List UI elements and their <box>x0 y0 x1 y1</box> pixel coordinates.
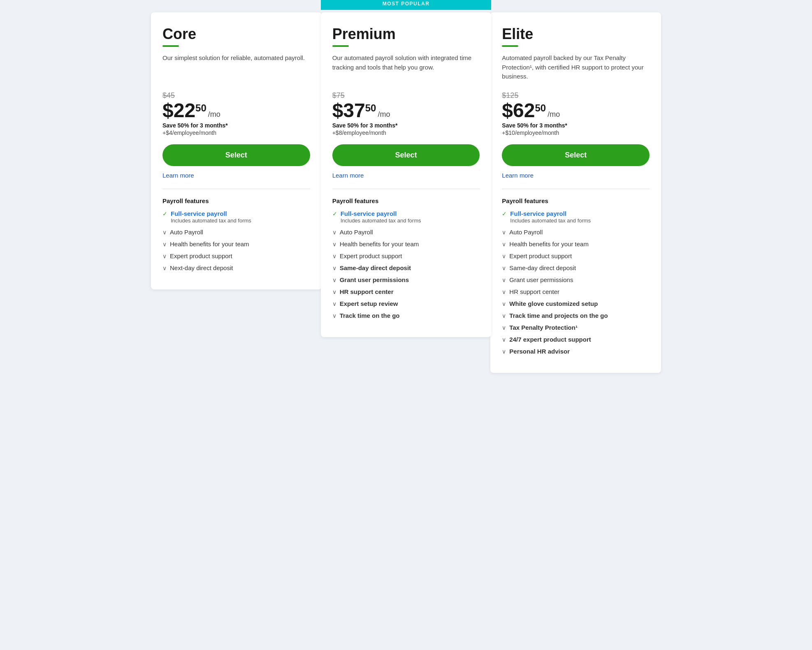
feature-item: ∨ Personal HR advisor <box>502 348 650 355</box>
divider-premium <box>332 189 480 189</box>
chevron-icon: ∨ <box>332 289 336 295</box>
feature-text-elite-11: Personal HR advisor <box>509 348 570 355</box>
feature-text-premium-3: Expert product support <box>340 252 402 259</box>
plan-underline-core <box>162 45 179 47</box>
feature-item: ∨ Tax Penalty Protection¹ <box>502 324 650 331</box>
chevron-icon: ∨ <box>502 348 506 355</box>
price-current-premium: $37 50 /mo <box>332 101 480 120</box>
price-original-premium: $75 <box>332 91 480 100</box>
price-original-elite: $125 <box>502 91 650 100</box>
price-mo-core: /mo <box>208 110 220 119</box>
chevron-icon: ∨ <box>502 324 506 331</box>
learn-more-link-core[interactable]: Learn more <box>162 172 194 179</box>
feature-text-group: Health benefits for your team <box>509 241 589 248</box>
feature-item: ∨ Health benefits for your team <box>502 241 650 248</box>
price-save-core: Save 50% for 3 months* <box>162 122 310 129</box>
feature-item: ∨ Track time and projects on the go <box>502 312 650 319</box>
check-icon: ✓ <box>502 210 507 217</box>
feature-text-group: Same-day direct deposit <box>509 264 576 271</box>
feature-item: ∨ Grant user permissions <box>502 276 650 283</box>
feature-item: ∨ Auto Payroll <box>332 229 480 236</box>
chevron-icon: ∨ <box>332 301 336 307</box>
feature-item: ✓ Full-service payroll Includes automate… <box>332 210 480 224</box>
chevron-icon: ∨ <box>502 241 506 248</box>
feature-item: ∨ Same-day direct deposit <box>332 264 480 271</box>
price-dollar-premium: $37 <box>332 101 365 120</box>
feature-text-group: Full-service payroll Includes automated … <box>171 210 251 224</box>
feature-item: ∨ Expert setup review <box>332 300 480 307</box>
feature-text-group: Same-day direct deposit <box>340 264 411 271</box>
feature-text-premium-6: HR support center <box>340 288 394 295</box>
feature-text-group: Expert product support <box>509 252 572 259</box>
learn-more-link-elite[interactable]: Learn more <box>502 172 534 179</box>
feature-text-core-1: Auto Payroll <box>170 229 203 236</box>
feature-text-group: Expert product support <box>340 252 402 259</box>
plan-card-premium: MOST POPULAR Premium Our automated payro… <box>321 12 492 337</box>
feature-text-core-0: Full-service payroll <box>171 210 251 217</box>
price-current-core: $22 50 /mo <box>162 101 310 120</box>
features-heading-elite: Payroll features <box>502 197 650 204</box>
chevron-icon: ∨ <box>332 277 336 283</box>
plan-card-elite: Elite Automated payroll backed by our Ta… <box>490 12 661 373</box>
chevron-icon: ∨ <box>162 253 167 259</box>
price-mo-premium: /mo <box>378 110 390 119</box>
feature-text-group: Expert product support <box>170 252 232 259</box>
feature-text-elite-3: Expert product support <box>509 252 572 259</box>
most-popular-banner: MOST POPULAR <box>321 0 492 10</box>
feature-text-group: HR support center <box>340 288 394 295</box>
chevron-icon: ∨ <box>502 277 506 283</box>
price-per-employee-premium: +$8/employee/month <box>332 130 480 136</box>
feature-text-core-3: Expert product support <box>170 252 232 259</box>
chevron-icon: ∨ <box>332 265 336 271</box>
feature-text-elite-1: Auto Payroll <box>509 229 543 236</box>
chevron-icon: ∨ <box>332 229 336 236</box>
price-cents-core: 50 <box>195 103 206 113</box>
feature-text-group: Full-service payroll Includes automated … <box>510 210 591 224</box>
chevron-icon: ∨ <box>502 253 506 259</box>
feature-text-premium-7: Expert setup review <box>340 300 398 307</box>
feature-text-elite-6: HR support center <box>509 288 559 295</box>
feature-text-group: Auto Payroll <box>170 229 203 236</box>
price-per-employee-core: +$4/employee/month <box>162 130 310 136</box>
feature-text-premium-4: Same-day direct deposit <box>340 264 411 271</box>
select-button-core[interactable]: Select <box>162 144 310 166</box>
chevron-icon: ∨ <box>332 253 336 259</box>
feature-text-premium-2: Health benefits for your team <box>340 241 419 248</box>
feature-item: ∨ Grant user permissions <box>332 276 480 283</box>
select-button-elite[interactable]: Select <box>502 144 650 166</box>
feature-item: ∨ Expert product support <box>332 252 480 259</box>
features-heading-premium: Payroll features <box>332 197 480 204</box>
feature-item: ∨ Expert product support <box>502 252 650 259</box>
select-button-premium[interactable]: Select <box>332 144 480 166</box>
feature-text-group: Health benefits for your team <box>340 241 419 248</box>
feature-text-premium-5: Grant user permissions <box>340 276 409 283</box>
feature-text-group: HR support center <box>509 288 559 295</box>
chevron-icon: ∨ <box>502 301 506 307</box>
plan-underline-premium <box>332 45 349 47</box>
price-dollar-elite: $62 <box>502 101 535 120</box>
feature-item: ∨ Expert product support <box>162 252 310 259</box>
price-per-employee-elite: +$10/employee/month <box>502 130 650 136</box>
chevron-icon: ∨ <box>162 229 167 236</box>
feature-text-premium-8: Track time on the go <box>340 312 400 319</box>
feature-item: ∨ Track time on the go <box>332 312 480 319</box>
check-icon: ✓ <box>332 210 337 217</box>
chevron-icon: ∨ <box>162 241 167 248</box>
feature-sub-elite-0: Includes automated tax and forms <box>510 217 591 224</box>
feature-item: ∨ White glove customized setup <box>502 300 650 307</box>
feature-text-core-2: Health benefits for your team <box>170 241 249 248</box>
feature-text-group: Next-day direct deposit <box>170 264 233 271</box>
feature-item: ∨ Same-day direct deposit <box>502 264 650 271</box>
learn-more-link-premium[interactable]: Learn more <box>332 172 364 179</box>
price-save-premium: Save 50% for 3 months* <box>332 122 480 129</box>
feature-item: ∨ Auto Payroll <box>162 229 310 236</box>
feature-text-premium-1: Auto Payroll <box>340 229 373 236</box>
plan-underline-elite <box>502 45 518 47</box>
feature-item: ∨ Health benefits for your team <box>162 241 310 248</box>
feature-sub-premium-0: Includes automated tax and forms <box>341 217 421 224</box>
price-current-elite: $62 50 /mo <box>502 101 650 120</box>
feature-item: ✓ Full-service payroll Includes automate… <box>162 210 310 224</box>
chevron-icon: ∨ <box>502 229 506 236</box>
features-heading-core: Payroll features <box>162 197 310 204</box>
feature-text-group: Health benefits for your team <box>170 241 249 248</box>
